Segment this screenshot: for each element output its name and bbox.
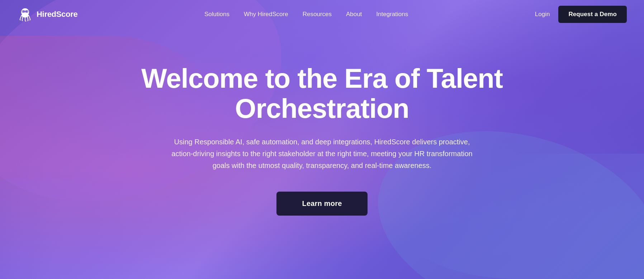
hero-section: HiredScore Solutions Why HiredScore Reso… [0, 0, 644, 279]
nav-item-integrations[interactable]: Integrations [376, 11, 408, 18]
nav-link-why-hiredscore[interactable]: Why HiredScore [244, 11, 288, 18]
nav-item-about[interactable]: About [346, 11, 362, 18]
nav-link-solutions[interactable]: Solutions [204, 11, 229, 18]
nav-link-about[interactable]: About [346, 11, 362, 18]
learn-more-button[interactable]: Learn more [276, 192, 368, 216]
login-link[interactable]: Login [535, 11, 550, 18]
hero-subtitle: Using Responsible AI, safe automation, a… [168, 136, 476, 172]
nav-links-list: Solutions Why HiredScore Resources About… [204, 11, 408, 18]
main-navigation: HiredScore Solutions Why HiredScore Reso… [0, 0, 644, 29]
nav-link-resources[interactable]: Resources [303, 11, 332, 18]
logo-text: HiredScore [37, 10, 77, 19]
nav-item-resources[interactable]: Resources [303, 11, 332, 18]
svg-point-6 [22, 13, 29, 18]
nav-item-why-hiredscore[interactable]: Why HiredScore [244, 11, 288, 18]
request-demo-button[interactable]: Request a Demo [558, 6, 627, 23]
nav-link-integrations[interactable]: Integrations [376, 11, 408, 18]
nav-actions: Login Request a Demo [535, 6, 627, 23]
logo-icon [17, 6, 33, 22]
nav-item-solutions[interactable]: Solutions [204, 11, 229, 18]
hero-content: Welcome to the Era of Talent Orchestrati… [125, 63, 519, 216]
logo[interactable]: HiredScore [17, 6, 77, 22]
hero-title: Welcome to the Era of Talent Orchestrati… [139, 63, 505, 123]
